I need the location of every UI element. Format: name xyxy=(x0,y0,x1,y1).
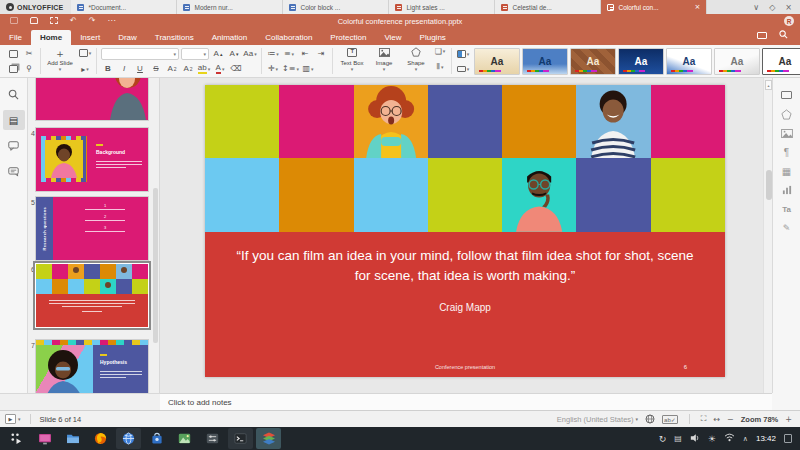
menu-tab-insert[interactable]: Insert xyxy=(71,30,109,45)
color-scheme-icon[interactable]: ▾ xyxy=(456,47,470,60)
doc-tab-6[interactable]: Colorful con...× xyxy=(601,0,707,14)
quote-block[interactable]: “If you can film an idea in your mind, f… xyxy=(205,232,725,377)
table-settings-icon[interactable]: ▦ xyxy=(776,164,798,178)
insert-columns-icon[interactable]: ▥▾ xyxy=(301,62,315,75)
fit-to-width-icon[interactable]: ↔ xyxy=(713,415,720,424)
current-slide[interactable]: “If you can film an idea in your mind, f… xyxy=(205,85,725,377)
theme-thumbnail-6[interactable]: Aa xyxy=(714,48,760,75)
taskbar-file-manager-icon[interactable] xyxy=(60,428,85,449)
change-case-icon[interactable]: Aa▾ xyxy=(243,47,257,60)
horizontal-align-icon[interactable]: ✛▾ xyxy=(266,62,280,75)
taskbar-web-browser-icon[interactable] xyxy=(116,428,141,449)
more-actions-icon[interactable]: ⋯ xyxy=(107,17,115,25)
user-avatar[interactable]: R xyxy=(784,16,794,26)
editor-vertical-scrollbar[interactable]: ▴ xyxy=(763,78,772,393)
taskbar-app-launcher-icon[interactable] xyxy=(4,428,29,449)
menu-tab-animation[interactable]: Animation xyxy=(203,30,257,45)
grid-color-cell-8[interactable] xyxy=(205,158,279,232)
doc-tab-4[interactable]: Light sales ... xyxy=(389,0,495,14)
font-size-select[interactable]: ▾ xyxy=(181,48,209,60)
close-icon[interactable]: × xyxy=(785,3,792,12)
comments-panel-icon[interactable] xyxy=(3,136,25,156)
doc-tab-3[interactable]: Color block ... xyxy=(283,0,389,14)
align-shape-icon[interactable]: ⫴▾ xyxy=(433,61,447,74)
quick-print-icon[interactable] xyxy=(50,17,58,26)
clock[interactable]: 13:42 xyxy=(756,434,776,443)
menu-tab-home[interactable]: Home xyxy=(31,30,71,45)
increase-indent-icon[interactable]: ⇥ xyxy=(314,47,328,60)
theme-thumbnail-1[interactable]: Aa xyxy=(474,48,520,75)
doc-tab-2[interactable]: Modern nur... xyxy=(177,0,283,14)
taskbar-software-store-icon[interactable] xyxy=(144,428,169,449)
cut-icon[interactable]: ✂ xyxy=(22,47,36,60)
clipboard-icon[interactable]: ▤ xyxy=(674,434,682,443)
menu-tab-file[interactable]: File xyxy=(0,30,31,45)
theme-thumbnail-2[interactable]: Aa xyxy=(522,48,568,75)
menu-tab-protection[interactable]: Protection xyxy=(321,30,375,45)
zoom-out-icon[interactable]: − xyxy=(727,415,734,424)
shape-button[interactable]: Shape▾ xyxy=(401,45,431,76)
font-name-select[interactable]: ▾ xyxy=(101,48,179,60)
tab-close-icon[interactable]: × xyxy=(695,3,701,11)
thumbnail-scrollbar[interactable] xyxy=(153,188,158,343)
slide-thumbnail-7[interactable]: Hypothesis xyxy=(36,340,148,393)
decrease-font-icon[interactable]: A▾ xyxy=(227,47,241,60)
add-slide-button[interactable]: + Add Slide ▾ xyxy=(45,46,75,77)
theme-thumbnail-4[interactable]: Aa xyxy=(618,48,664,75)
grid-color-cell-1[interactable] xyxy=(205,85,279,158)
taskbar-onlyoffice-icon[interactable] xyxy=(256,428,281,449)
quote-text[interactable]: “If you can film an idea in your mind, f… xyxy=(235,246,695,287)
italic-icon[interactable]: I xyxy=(117,62,131,75)
grid-color-cell-5[interactable] xyxy=(502,85,576,158)
slides-panel-icon[interactable]: ▤ xyxy=(3,110,25,130)
slide-thumbnail-6-selected[interactable] xyxy=(36,264,148,327)
chevron-down-icon[interactable]: ∨ xyxy=(753,3,759,12)
notes-placeholder[interactable]: Click to add notes xyxy=(168,398,232,407)
menu-tab-plugins[interactable]: Plugins xyxy=(411,30,455,45)
bullets-icon[interactable]: ≔▾ xyxy=(266,47,280,60)
shape-settings-icon[interactable] xyxy=(776,107,798,121)
grid-photo-cell-thinking-man[interactable] xyxy=(502,158,576,232)
undo-icon[interactable]: ↶ xyxy=(70,17,77,25)
search-panel-icon[interactable] xyxy=(3,84,25,104)
font-color-icon[interactable]: A▾ xyxy=(213,62,227,75)
menu-tab-collaboration[interactable]: Collaboration xyxy=(256,30,321,45)
save-icon[interactable] xyxy=(10,17,18,26)
search-icon[interactable] xyxy=(779,30,788,41)
subscript-icon[interactable]: A2 xyxy=(181,62,195,75)
redo-icon[interactable]: ↷ xyxy=(89,17,96,25)
grid-color-cell-2[interactable] xyxy=(279,85,353,158)
language-selector[interactable]: English (United States)▾ xyxy=(557,415,638,424)
line-spacing-icon[interactable]: ↕≡▾ xyxy=(282,62,299,75)
menu-tab-view[interactable]: View xyxy=(375,30,410,45)
menu-tab-draw[interactable]: Draw xyxy=(109,30,146,45)
start-slideshow-button[interactable]: ▶▾ xyxy=(5,414,21,424)
grid-color-cell-14[interactable] xyxy=(651,158,725,232)
brightness-icon[interactable]: ☀ xyxy=(708,434,716,444)
slide-thumbnail-4[interactable]: Background xyxy=(36,128,148,191)
bold-icon[interactable]: B xyxy=(101,62,115,75)
grid-color-cell-7[interactable] xyxy=(651,85,725,158)
wifi-icon[interactable] xyxy=(724,433,735,444)
chat-panel-icon[interactable] xyxy=(3,162,25,182)
slide-settings-icon[interactable] xyxy=(776,88,798,102)
taskbar-photos-icon[interactable] xyxy=(172,428,197,449)
numbering-icon[interactable]: ≡▾ xyxy=(282,47,296,60)
editor-canvas[interactable]: “If you can film an idea in your mind, f… xyxy=(160,78,763,393)
paste-icon[interactable] xyxy=(6,47,20,60)
theme-thumbnail-5[interactable]: Aa xyxy=(666,48,712,75)
volume-icon[interactable] xyxy=(690,433,700,445)
open-file-location-icon[interactable] xyxy=(757,31,767,41)
quote-author[interactable]: Craig Mapp xyxy=(205,302,725,313)
change-layout-icon[interactable]: ▾ xyxy=(78,47,92,60)
zoom-in-icon[interactable]: + xyxy=(785,415,792,424)
doc-tab-1[interactable]: *Document... xyxy=(71,0,177,14)
chart-settings-icon[interactable] xyxy=(776,183,798,197)
taskbar-display-icon[interactable] xyxy=(32,428,57,449)
grid-photo-cell-smiling-woman[interactable] xyxy=(576,85,650,158)
superscript-icon[interactable]: A2 xyxy=(165,62,179,75)
spellcheck-icon[interactable]: ab✓ xyxy=(662,415,678,424)
grid-color-cell-13[interactable] xyxy=(576,158,650,232)
doc-tab-5[interactable]: Celestial de... xyxy=(495,0,601,14)
grid-color-cell-11[interactable] xyxy=(428,158,502,232)
